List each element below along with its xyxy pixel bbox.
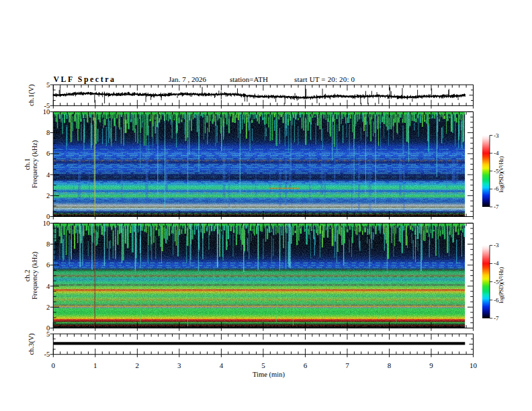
svg-text:4: 4 [46,283,50,290]
svg-text:-7: -7 [494,315,499,322]
svg-text:Time (min): Time (min) [253,371,285,379]
svg-text:ch.1(V): ch.1(V) [28,84,36,106]
svg-text:8: 8 [46,240,50,248]
svg-text:-7: -7 [494,203,499,210]
svg-text:VLF Spectra: VLF Spectra [53,75,114,84]
svg-text:ch.2: ch.2 [24,270,32,282]
svg-text:Frequency (kHz): Frequency (kHz) [32,251,40,300]
svg-text:9: 9 [429,361,433,369]
svg-text:5: 5 [261,361,265,369]
svg-text:station=ATH: station=ATH [230,75,268,83]
svg-text:-5: -5 [44,351,50,358]
svg-text:6: 6 [304,361,308,369]
svg-text:ch.3(V): ch.3(V) [28,333,36,355]
svg-text:6: 6 [46,150,50,157]
svg-text:0: 0 [46,324,50,332]
svg-text:log(PSD)(V²/Hz): log(PSD)(V²/Hz) [498,267,504,303]
svg-text:ch.1: ch.1 [24,158,32,171]
svg-text:8: 8 [46,129,50,136]
svg-text:start UT = 20: 20: 0: start UT = 20: 20: 0 [294,75,355,83]
svg-text:1: 1 [93,361,97,369]
svg-text:2: 2 [46,304,50,311]
svg-text:7: 7 [345,361,349,369]
svg-text:Frequency (kHz): Frequency (kHz) [32,140,40,188]
svg-text:-4: -4 [494,150,499,156]
svg-text:0: 0 [52,361,56,369]
svg-text:10: 10 [470,361,478,369]
svg-text:10: 10 [43,220,50,227]
svg-text:2: 2 [136,361,140,369]
svg-text:log(PSD)(V²/Hz): log(PSD)(V²/Hz) [498,156,504,193]
svg-text:5: 5 [46,81,50,89]
svg-text:3: 3 [177,361,181,369]
svg-text:2: 2 [46,192,50,199]
svg-text:-4: -4 [494,260,499,267]
svg-text:-3: -3 [494,132,499,139]
svg-text:Jan. 7 , 2026: Jan. 7 , 2026 [169,75,207,83]
svg-text:4: 4 [220,361,224,369]
svg-text:8: 8 [388,361,392,369]
svg-text:6: 6 [46,261,50,269]
svg-text:-3: -3 [494,242,499,248]
svg-text:10: 10 [43,108,50,116]
svg-text:4: 4 [46,171,50,179]
